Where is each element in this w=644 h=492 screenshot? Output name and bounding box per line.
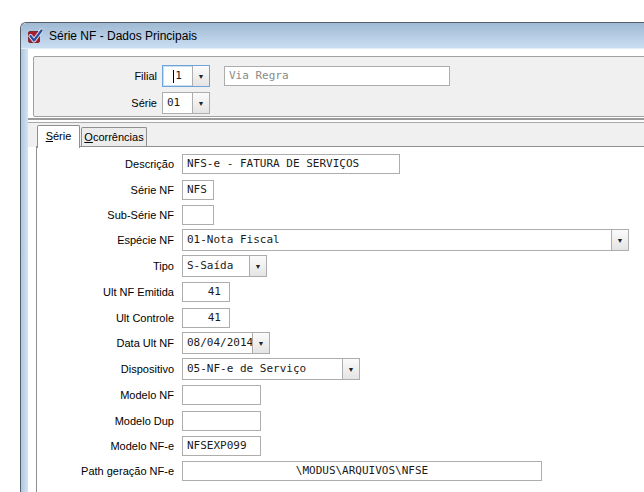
serie-select[interactable]: 01 ▼ bbox=[162, 92, 210, 114]
titlebar[interactable]: Série NF - Dados Principais bbox=[21, 23, 644, 49]
ult-nf-emitida-input[interactable]: 41 bbox=[182, 282, 230, 302]
tipo-label: Tipo bbox=[37, 255, 174, 277]
tipo-row: Tipo S-Saída ▼ bbox=[37, 255, 644, 277]
modelo-dup-row: Modelo Dup bbox=[37, 410, 644, 432]
dropdown-arrow-icon[interactable]: ▼ bbox=[611, 230, 628, 250]
dropdown-arrow-icon[interactable]: ▼ bbox=[192, 66, 209, 86]
filial-label: Filial bbox=[34, 65, 157, 87]
tabstrip: Série Ocorrências bbox=[28, 123, 644, 147]
descricao-row: Descrição NFS-e - FATURA DE SERVIÇOS bbox=[37, 153, 644, 175]
descricao-input[interactable]: NFS-e - FATURA DE SERVIÇOS bbox=[182, 154, 400, 174]
modelo-nf-row: Modelo NF bbox=[37, 384, 644, 406]
data-ult-nf-label: Data Ult NF bbox=[37, 332, 174, 354]
dispositivo-label: Dispositivo bbox=[37, 358, 174, 380]
path-geracao-label: Path geração NF-e bbox=[37, 460, 174, 482]
especie-nf-row: Espécie NF 01-Nota Fiscal ▼ bbox=[37, 229, 644, 251]
serie-nf-window: Série NF - Dados Principais Filial 1 ▼ V… bbox=[20, 22, 644, 492]
tabpage-serie: Descrição NFS-e - FATURA DE SERVIÇOS Sér… bbox=[36, 146, 644, 492]
modelo-dup-label: Modelo Dup bbox=[37, 410, 174, 432]
data-ult-nf-select[interactable]: 08/04/2014 ▼ bbox=[182, 332, 270, 354]
app-check-icon[interactable] bbox=[27, 28, 43, 44]
especie-nf-select[interactable]: 01-Nota Fiscal ▼ bbox=[182, 229, 629, 251]
ult-controle-label: Ult Controle bbox=[37, 307, 174, 329]
dropdown-arrow-icon[interactable]: ▼ bbox=[252, 333, 269, 353]
tab-serie[interactable]: Série bbox=[37, 125, 80, 148]
window-left-border bbox=[21, 49, 28, 492]
dispositivo-select[interactable]: 05-NF-e de Serviço ▼ bbox=[182, 358, 360, 380]
serie-nf-label: Série NF bbox=[37, 179, 174, 201]
sub-serie-nf-label: Sub-Série NF bbox=[37, 204, 174, 226]
sub-serie-nf-row: Sub-Série NF bbox=[37, 204, 644, 226]
ult-controle-input[interactable]: 41 bbox=[182, 308, 230, 328]
tipo-value: S-Saída bbox=[183, 256, 249, 276]
dispositivo-row: Dispositivo 05-NF-e de Serviço ▼ bbox=[37, 358, 644, 380]
filial-value: 1 bbox=[163, 66, 192, 86]
descricao-label: Descrição bbox=[37, 153, 174, 175]
ult-controle-row: Ult Controle 41 bbox=[37, 307, 644, 329]
header-panel: Filial 1 ▼ Via Regra Série 01 ▼ bbox=[33, 56, 644, 117]
dispositivo-value: 05-NF-e de Serviço bbox=[183, 359, 342, 379]
tipo-select[interactable]: S-Saída ▼ bbox=[182, 255, 267, 277]
dropdown-arrow-icon[interactable]: ▼ bbox=[192, 93, 209, 113]
sub-serie-nf-input[interactable] bbox=[182, 205, 214, 225]
ult-nf-emitida-row: Ult NF Emitida 41 bbox=[37, 281, 644, 303]
path-geracao-row: Path geração NF-e \MODUS\ARQUIVOS\NFSE bbox=[37, 460, 644, 482]
modelo-nf-input[interactable] bbox=[182, 385, 261, 405]
filial-select[interactable]: 1 ▼ bbox=[162, 65, 210, 87]
dropdown-arrow-icon[interactable]: ▼ bbox=[249, 256, 266, 276]
filial-row: Filial 1 ▼ Via Regra bbox=[34, 65, 644, 87]
ult-nf-emitida-label: Ult NF Emitida bbox=[37, 281, 174, 303]
filial-description-field[interactable]: Via Regra bbox=[224, 66, 450, 86]
modelo-nfe-row: Modelo NF-e NFSEXP099 bbox=[37, 435, 644, 457]
especie-nf-value: 01-Nota Fiscal bbox=[183, 230, 611, 250]
modelo-nf-label: Modelo NF bbox=[37, 384, 174, 406]
tab-ocorrencias[interactable]: Ocorrências bbox=[81, 127, 147, 148]
serie-nf-input[interactable]: NFS bbox=[182, 180, 214, 200]
modelo-nfe-label: Modelo NF-e bbox=[37, 435, 174, 457]
serie-value: 01 bbox=[163, 93, 192, 113]
dropdown-arrow-icon[interactable]: ▼ bbox=[342, 359, 359, 379]
data-ult-nf-row: Data Ult NF 08/04/2014 ▼ bbox=[37, 332, 644, 354]
client-area: Filial 1 ▼ Via Regra Série 01 ▼ Série Oc… bbox=[28, 49, 644, 492]
especie-nf-label: Espécie NF bbox=[37, 229, 174, 251]
data-ult-nf-value: 08/04/2014 bbox=[183, 333, 252, 353]
serie-label: Série bbox=[34, 92, 157, 114]
window-title: Série NF - Dados Principais bbox=[49, 29, 197, 43]
modelo-nfe-input[interactable]: NFSEXP099 bbox=[182, 436, 261, 456]
modelo-dup-input[interactable] bbox=[182, 411, 261, 431]
path-geracao-input[interactable]: \MODUS\ARQUIVOS\NFSE bbox=[182, 461, 542, 481]
serie-nf-row: Série NF NFS bbox=[37, 179, 644, 201]
serie-row: Série 01 ▼ bbox=[34, 92, 644, 114]
